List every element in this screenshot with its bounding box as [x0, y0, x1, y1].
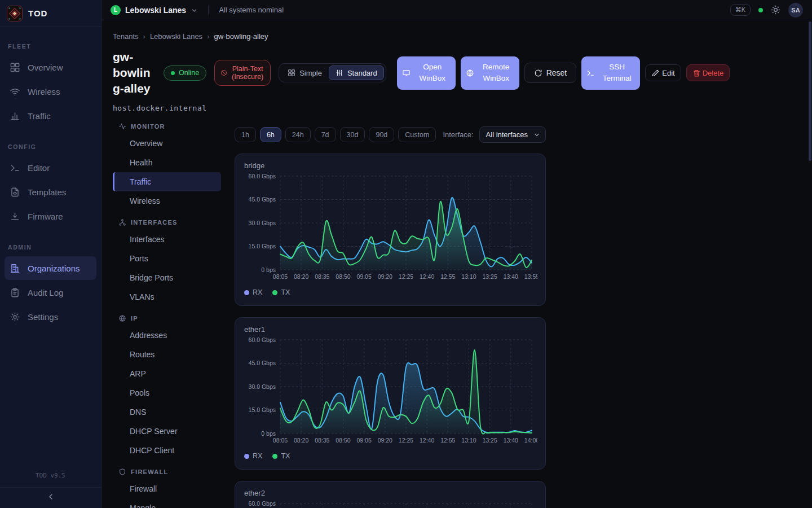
command-palette-button[interactable]: ⌘K [730, 4, 751, 16]
device-nav-item-interfaces[interactable]: Interfaces [113, 230, 221, 249]
sidebar-item-templates[interactable]: Templates [5, 180, 96, 204]
range-custom-button[interactable]: Custom [398, 127, 436, 142]
device-nav-item-dns[interactable]: DNS [113, 402, 221, 422]
sidebar-item-label: Wireless [28, 87, 60, 97]
sidebar-item-wireless[interactable]: Wireless [5, 80, 96, 103]
bar-chart-icon [10, 111, 20, 121]
device-nav-item-vlans[interactable]: VLANs [113, 287, 221, 306]
chart-card-ether2: ether20 bps15.0 Gbps30.0 Gbps45.0 Gbps60… [235, 481, 546, 508]
wifi-icon [10, 86, 20, 97]
connection-status-dot [758, 8, 763, 12]
globe-icon [118, 314, 126, 322]
device-nav-item-health[interactable]: Health [113, 153, 221, 172]
chart-legend: RXTX [244, 288, 536, 296]
view-mode-standard[interactable]: Standard [329, 65, 384, 80]
svg-text:30.0 Gbps: 30.0 Gbps [249, 220, 276, 226]
content-row: MONITOROverviewHealthTrafficWirelessINTE… [113, 122, 812, 508]
device-nav-item-addresses[interactable]: Addresses [113, 326, 221, 345]
range-1h-button[interactable]: 1h [235, 127, 256, 142]
svg-text:0 bps: 0 bps [261, 266, 276, 273]
range-30d-button[interactable]: 30d [340, 127, 365, 142]
device-nav-item-pools[interactable]: Pools [113, 383, 221, 402]
online-dot-icon [171, 71, 175, 75]
breadcrumb: Tenants›Lebowski Lanes›gw-bowling-alley [113, 32, 812, 41]
remote-winbox-button[interactable]: Remote WinBox [461, 56, 519, 90]
reset-button[interactable]: Reset [524, 63, 577, 83]
svg-text:12:25: 12:25 [399, 437, 413, 444]
breadcrumb-item-tenants[interactable]: Tenants [113, 32, 139, 41]
sidebar-item-label: Traffic [28, 111, 51, 121]
view-mode-simple[interactable]: Simple [281, 65, 329, 80]
svg-text:12:55: 12:55 [440, 437, 455, 444]
legend-rx: RX [244, 452, 262, 460]
device-nav-item-overview[interactable]: Overview [113, 134, 221, 153]
button-label: Edit [662, 69, 674, 77]
legend-label: RX [253, 452, 262, 460]
edit-button[interactable]: Edit [645, 64, 681, 81]
tenant-switcher[interactable]: L Lebowski Lanes [111, 5, 198, 15]
svg-text:12:25: 12:25 [399, 273, 413, 280]
device-nav-item-ports[interactable]: Ports [113, 249, 221, 268]
view-mode-label: Simple [299, 69, 322, 77]
svg-text:13:55: 13:55 [524, 273, 537, 280]
interface-filter: Interface: All interfaces [443, 126, 546, 143]
interface-select[interactable]: All interfaces [479, 126, 546, 143]
sidebar-section-config: CONFIG [0, 143, 101, 150]
sidebar-item-firmware[interactable]: Firmware [5, 204, 96, 228]
nav-group-label: INTERFACES [131, 219, 178, 226]
range-7d-button[interactable]: 7d [315, 127, 336, 142]
breadcrumb-item-lebowski-lanes[interactable]: Lebowski Lanes [150, 32, 202, 41]
device-nav-item-routes[interactable]: Routes [113, 345, 221, 364]
main-content: Tenants›Lebowski Lanes›gw-bowling-alley … [102, 20, 812, 508]
svg-text:08:35: 08:35 [315, 273, 329, 280]
monitor-icon [402, 69, 411, 77]
nav-group-ip: IP [118, 314, 221, 322]
page-scrollbar-thumb[interactable] [809, 21, 811, 161]
range-90d-button[interactable]: 90d [369, 127, 394, 142]
breadcrumb-item-gw-bowling-alley: gw-bowling-alley [214, 32, 268, 41]
device-nav-item-wireless[interactable]: Wireless [113, 191, 221, 211]
globe-icon [466, 69, 474, 77]
topbar-right: ⌘K SA [730, 3, 803, 17]
tenant-name: Lebowski Lanes [125, 6, 186, 15]
svg-text:0 bps: 0 bps [261, 430, 276, 437]
sidebar-collapse-button[interactable] [0, 487, 101, 508]
sidebar-item-organizations[interactable]: Organizations [5, 256, 96, 280]
network-icon [118, 218, 126, 226]
tenant-avatar: L [111, 5, 121, 15]
insecure-warning-badge: Plain-Text (Insecure) [214, 60, 271, 86]
theme-toggle-icon[interactable] [771, 5, 780, 15]
sidebar-item-audit-log[interactable]: Audit Log [5, 281, 96, 304]
sidebar-item-label: Audit Log [28, 288, 63, 297]
open-winbox-button[interactable]: Open WinBox [397, 56, 456, 90]
range-6h-button[interactable]: 6h [260, 127, 281, 142]
device-nav-item-firewall[interactable]: Firewall [113, 479, 221, 498]
ssh-terminal-button[interactable]: SSH Terminal [581, 56, 640, 90]
app-version: TOD v9.5 [0, 472, 101, 487]
sidebar-item-label: Organizations [28, 264, 80, 273]
sidebar-item-editor[interactable]: Editor [5, 156, 96, 179]
sidebar-item-label: Templates [28, 187, 66, 197]
building-icon [10, 263, 20, 274]
device-nav-item-bridge-ports[interactable]: Bridge Ports [113, 268, 221, 287]
terminal-icon [10, 163, 20, 173]
svg-text:08:05: 08:05 [273, 437, 288, 444]
sidebar-item-settings[interactable]: Settings [5, 305, 96, 329]
chart-plot: 0 bps15.0 Gbps30.0 Gbps45.0 Gbps60.0 Gbp… [244, 173, 537, 283]
svg-text:08:35: 08:35 [315, 437, 329, 444]
nav-group-monitor: MONITOR [118, 122, 221, 130]
sidebar-item-traffic[interactable]: Traffic [5, 104, 96, 128]
sidebar-item-overview[interactable]: Overview [5, 55, 96, 79]
device-nav-item-dhcp-server[interactable]: DHCP Server [113, 422, 221, 441]
interface-label: Interface: [443, 130, 473, 139]
user-avatar[interactable]: SA [788, 3, 803, 17]
delete-button[interactable]: Delete [686, 64, 730, 81]
device-nav-item-dhcp-client[interactable]: DHCP Client [113, 441, 221, 460]
sidebar-footer: TOD v9.5 [0, 472, 101, 508]
device-nav-item-mangle[interactable]: Mangle [113, 498, 221, 508]
device-nav-item-arp[interactable]: ARP [113, 364, 221, 383]
legend-tx: TX [272, 288, 290, 296]
device-nav-item-traffic[interactable]: Traffic [113, 172, 221, 191]
online-status-badge: Online [164, 65, 206, 81]
range-24h-button[interactable]: 24h [285, 127, 311, 142]
